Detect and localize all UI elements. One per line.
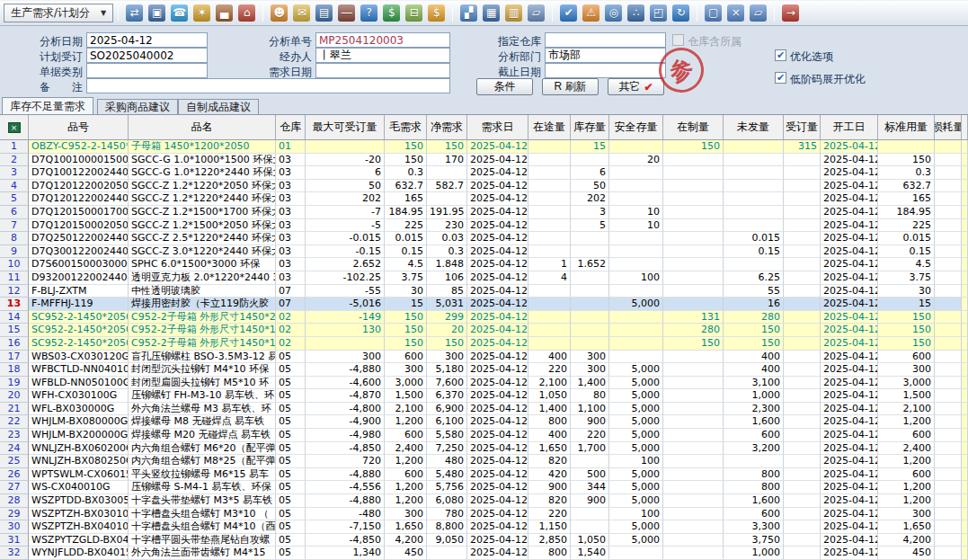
- grid-cell[interactable]: 100: [609, 508, 663, 521]
- grid-cell[interactable]: 420: [528, 468, 571, 482]
- grid-cell[interactable]: C952-2子母箱 外形尺寸1450*12: [129, 337, 276, 351]
- grid-cell[interactable]: [663, 206, 724, 219]
- analysis-no-input[interactable]: [315, 32, 450, 48]
- grid-cell[interactable]: 03: [276, 258, 306, 271]
- grid-cell[interactable]: [784, 520, 821, 534]
- grid-cell[interactable]: 7,600: [427, 377, 467, 390]
- grid-cell[interactable]: [663, 547, 724, 560]
- grid-cell[interactable]: 582.7: [427, 180, 467, 193]
- grid-cell[interactable]: [571, 232, 609, 245]
- grid-cell[interactable]: WHJLM-BX200000G: [29, 429, 129, 442]
- grid-cell[interactable]: 106: [427, 271, 467, 285]
- search-doc-icon[interactable]: ◎: [605, 4, 622, 22]
- row-number-cell[interactable]: 1: [0, 140, 29, 154]
- grid-cell[interactable]: 05: [276, 389, 306, 403]
- grid-cell[interactable]: 05: [276, 455, 306, 468]
- grid-cell[interactable]: WS-CX040010G: [29, 481, 129, 494]
- approve-icon[interactable]: ✔: [560, 4, 577, 22]
- row-number-cell[interactable]: 21: [0, 403, 29, 416]
- grid-cell[interactable]: 150: [385, 311, 427, 324]
- grid-cell[interactable]: 2025-04-12: [821, 140, 878, 154]
- row-number-cell[interactable]: 10: [0, 258, 29, 271]
- grid-cell[interactable]: 2025-04-12: [467, 154, 528, 167]
- grid-cell[interactable]: [724, 206, 784, 219]
- grid-cell[interactable]: 1: [528, 258, 571, 271]
- grid-cell[interactable]: 150: [878, 311, 935, 324]
- grid-cell[interactable]: D7Q1001000015000G: [29, 154, 129, 167]
- grid-cell[interactable]: 1,000: [724, 389, 784, 403]
- grid-cell[interactable]: 封闭型沉头拉铆钉 M4*10 环保: [129, 363, 276, 377]
- grid-cell[interactable]: 780: [427, 508, 467, 521]
- table-row[interactable]: 24WNLJZH-BX060200G内六角组合螺钉 M6*20（配平弹05-4,…: [0, 442, 968, 456]
- grid-cell[interactable]: -55: [306, 285, 385, 298]
- grid-cell[interactable]: 07: [276, 298, 306, 311]
- grid-cell[interactable]: [571, 324, 609, 337]
- plan-order-input[interactable]: [86, 48, 208, 63]
- grid-cell[interactable]: 1,400: [571, 377, 609, 390]
- grid-cell[interactable]: 50: [571, 180, 609, 193]
- grid-cell[interactable]: 300: [427, 351, 467, 364]
- alert-bell-icon[interactable]: ⚠: [582, 4, 599, 22]
- grid-cell[interactable]: D7Q1201500020500G: [29, 219, 129, 233]
- monitor-icon[interactable]: ▣: [148, 4, 165, 22]
- grid-cell[interactable]: 150: [385, 337, 427, 351]
- grid-cell[interactable]: 2025-04-12: [467, 468, 528, 482]
- grid-cell[interactable]: 2025-04-12: [467, 219, 528, 233]
- refresh-button[interactable]: R 刷新: [542, 78, 599, 95]
- grid-cell[interactable]: [663, 363, 724, 377]
- grid-cell[interactable]: SC952-2-1450*2050-1: [29, 337, 129, 351]
- grid-cell[interactable]: 2025-04-12: [467, 481, 528, 494]
- grid-cell[interactable]: 5,000: [609, 403, 663, 416]
- grid-cell[interactable]: 85: [427, 285, 467, 298]
- report-icon[interactable]: ▞: [460, 4, 477, 22]
- grid-cell[interactable]: [609, 140, 663, 154]
- grid-cell[interactable]: [528, 298, 571, 311]
- grid-cell[interactable]: 2025-04-12: [467, 442, 528, 456]
- grid-cell[interactable]: [784, 298, 821, 311]
- grid-cell[interactable]: 6,370: [427, 389, 467, 403]
- row-number-cell[interactable]: 29: [0, 508, 29, 521]
- grid-cell[interactable]: 内六角组合螺钉 M8*25（配平弹: [129, 455, 276, 468]
- grid-cell[interactable]: 2025-04-12: [821, 285, 878, 298]
- grid-cell[interactable]: [609, 180, 663, 193]
- grid-cell[interactable]: 15: [571, 140, 609, 154]
- grid-cell[interactable]: [935, 192, 962, 206]
- grid-cell[interactable]: -4,850: [306, 442, 385, 456]
- grid-cell[interactable]: 300: [306, 351, 385, 364]
- grid-cell[interactable]: 632.7: [878, 180, 935, 193]
- row-number-cell[interactable]: 22: [0, 415, 29, 429]
- grid-cell[interactable]: 1,650: [385, 520, 427, 534]
- grid-cell[interactable]: [609, 324, 663, 337]
- grid-cell[interactable]: 2025-04-12: [467, 140, 528, 154]
- grid-cell[interactable]: [935, 494, 962, 508]
- table-row[interactable]: 31WSZPYTZGLD-BX04015(十字槽平圆头带垫燕尾钻自攻螺05-4,…: [0, 534, 968, 547]
- column-header-8[interactable]: 库存量: [571, 115, 609, 139]
- grid-cell[interactable]: 03: [276, 245, 306, 259]
- grid-cell[interactable]: 焊接螺母 M8 无碰焊点 易车铁: [129, 415, 276, 429]
- grid-cell[interactable]: 1,600: [724, 494, 784, 508]
- grid-cell[interactable]: 10: [609, 219, 663, 233]
- grid-cell[interactable]: 2025-04-12: [467, 547, 528, 560]
- grid-cell[interactable]: 5,580: [427, 429, 467, 442]
- grid-cell[interactable]: 0.015: [724, 232, 784, 245]
- grid-cell[interactable]: [528, 166, 571, 180]
- grid-cell[interactable]: [784, 311, 821, 324]
- grid-cell[interactable]: 5,480: [427, 468, 467, 482]
- grid-cell[interactable]: 2025-04-12: [467, 508, 528, 521]
- grid-cell[interactable]: [609, 258, 663, 271]
- grid-cell[interactable]: D7Q1001220024400G: [29, 166, 129, 180]
- grid-cell[interactable]: 03: [276, 232, 306, 245]
- grid-cell[interactable]: 400: [528, 351, 571, 364]
- grid-cell[interactable]: 30: [878, 285, 935, 298]
- grid-cell[interactable]: -20: [306, 154, 385, 167]
- grid-cell[interactable]: [724, 180, 784, 193]
- grid-cell[interactable]: 1,340: [306, 547, 385, 560]
- grid-cell[interactable]: 2025-04-12: [821, 481, 878, 494]
- grid-cell[interactable]: -0.15: [306, 245, 385, 259]
- grid-cell[interactable]: 2025-04-12: [467, 520, 528, 534]
- grid-cell[interactable]: [663, 415, 724, 429]
- grid-cell[interactable]: 131: [663, 311, 724, 324]
- grid-cell[interactable]: 0.15: [878, 245, 935, 259]
- grid-cell[interactable]: [663, 351, 724, 364]
- grid-cell[interactable]: -4,556: [306, 481, 385, 494]
